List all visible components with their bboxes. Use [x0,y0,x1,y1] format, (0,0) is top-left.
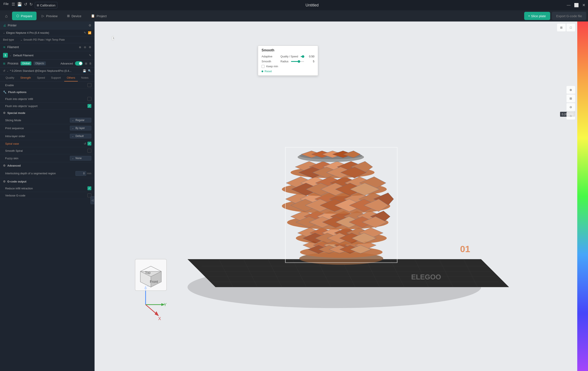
flush-icon: 🔧 [3,91,6,94]
edit-printer-icon[interactable]: ✎ [84,31,86,34]
radius-slider[interactable] [291,61,304,62]
main-layout: ◁ 🖨 Printer ⚙ ⌄ Elegoo Neptune 4 Pro (0.… [0,21,588,371]
profile-name: * 0.20mm Standard @Elegoo Neptune4Pro (0… [10,69,71,73]
interlocking-unit: mm [87,172,91,175]
smooth-popup: Smooth Adaptive Quality / Speed 0.50 Smo… [258,46,318,76]
filament-section: ≋ Filament ⊕ ⊖ ⚙ [0,43,94,51]
verbose-gcode-label: Verbose G-code [5,194,87,197]
reset-label: Reset [264,70,272,73]
redo-icon[interactable]: ↻ [30,2,33,8]
keep-min-checkbox[interactable] [262,65,264,68]
tab-device[interactable]: ⊞ Device [63,12,86,20]
svg-text:Y: Y [164,302,167,307]
profile-expand-arrow[interactable]: ⌄ [7,69,9,72]
filament-icon: ≋ [3,45,6,49]
intra-layer-label: Intra-layer order [5,135,70,138]
advanced-toggle[interactable] [75,61,83,65]
3d-viewport[interactable]: ELEGOO 01 Z Y X [94,21,588,371]
profile-reset-icon[interactable]: ↺ [3,69,5,73]
maximize-button[interactable]: ⬜ [574,3,579,8]
adaptive-label: Adaptive [262,55,279,58]
home-button[interactable]: ⌂ [2,11,11,21]
zoom-home-btn[interactable]: ⌂ [567,112,575,119]
slicing-mode-row: Slicing Mode ⌄ Regular [0,116,94,124]
bed-type-dropdown-arrow[interactable]: ⌄ [20,38,22,41]
process-icon: ⊞ [3,62,5,65]
svg-text:01: 01 [460,244,470,254]
printer-section: 🖨 Printer ⚙ [0,21,94,30]
enable-label: Enable [5,84,87,87]
tab-speed[interactable]: Speed [34,74,48,82]
calibration-menu[interactable]: ⊞ Calibration [35,2,57,8]
view-zoom-btn[interactable]: □ [567,24,575,31]
tab-strength[interactable]: Strength [18,74,33,82]
tab-prepare[interactable]: ⬡ Prepare [12,12,37,20]
flush-infill-row: Flush into objects' infill [0,95,94,103]
expand-arrow[interactable]: ⌄ [3,31,5,34]
sidebar-collapse-button[interactable]: ◁ [91,196,94,204]
slice-plate-button[interactable]: ▾ Slice plate [524,12,550,20]
model-controls: ⊕ ⊞ ⊖ ⌂ [567,86,575,119]
flush-infill-checkbox[interactable] [87,97,91,101]
zoom-in-btn[interactable]: ⊕ [567,86,575,94]
tab-project[interactable]: 📋 Project [87,12,111,20]
svg-text:Front: Front [150,280,158,284]
tab-quality[interactable]: Quality [3,74,17,82]
slicing-mode-select[interactable]: ⌄ Regular [70,118,91,123]
filament-dropdown-arrow[interactable]: ⌄ [10,54,11,57]
settings-area: Enable 🔧 Flush options Flush into object… [0,82,94,199]
tab-notes[interactable]: Notes [79,74,91,82]
titlebar: File ☰ 💾 ↺ ↻ ⊞ Calibration Untitled — ⬜ … [0,0,588,10]
spiral-reset-icon[interactable]: ↺ [84,142,86,145]
tag-objects[interactable]: Objects [33,62,46,65]
filament-settings-icon[interactable]: ⚙ [89,46,91,49]
wifi-icon[interactable]: 📶 [88,31,91,34]
tab-preview[interactable]: ▷ Preview [37,12,62,20]
fuzzy-skin-select[interactable]: ⌄ None [70,156,91,160]
remove-filament-icon[interactable]: ⊖ [84,46,86,49]
interlocking-input[interactable] [75,171,86,176]
slice-dropdown-arrow[interactable]: ▾ [528,15,530,17]
process-extra-icon[interactable]: B [89,62,91,65]
advanced-section-label: Advanced [7,164,21,167]
spiral-vase-checkbox[interactable] [87,142,91,146]
tab-support[interactable]: Support [48,74,63,82]
add-filament-icon[interactable]: ⊕ [79,46,81,49]
tab-others[interactable]: Others [64,74,78,82]
smooth-spiral-checkbox[interactable] [87,149,91,153]
edit-filament-icon[interactable]: ✎ [89,54,91,57]
reset-row[interactable]: Reset [262,70,315,73]
profile-row: ↺ ⌄ * 0.20mm Standard @Elegoo Neptune4Pr… [0,67,94,74]
intra-layer-row: Intra-layer order ⌄ Default [0,132,94,140]
save-profile-icon[interactable]: 💾 [83,69,86,73]
printer-settings-icon[interactable]: ⚙ [89,24,91,27]
advanced-section-header: ⚙ Advanced [0,162,94,169]
print-sequence-select[interactable]: ⌄ By layer [70,126,91,130]
process-label: Process [8,62,19,65]
quality-speed-slider[interactable] [301,56,304,57]
zoom-out-btn[interactable]: ⊖ [567,103,575,111]
file-menu[interactable]: File [3,2,10,8]
process-layout-icon[interactable]: ⊞ [85,62,87,65]
save-icon[interactable]: 💾 [17,2,22,8]
smooth-radius-row: Smooth Radius 5 [262,60,315,63]
zoom-fit-btn[interactable]: ⊞ [567,95,575,102]
minimize-button[interactable]: — [567,3,571,8]
view-options-btn[interactable]: ⊞ [557,24,566,31]
hamburger-icon[interactable]: ☰ [12,2,15,8]
enable-checkbox[interactable] [87,83,91,87]
intra-layer-select[interactable]: ⌄ Default [70,134,91,138]
tag-global[interactable]: Global [21,62,32,65]
flush-support-checkbox[interactable] [87,104,91,108]
svg-text:Top: Top [145,271,150,275]
colorbar [577,21,588,371]
verbose-gcode-row: Verbose G-code [0,192,94,199]
undo-icon[interactable]: ↺ [24,2,27,8]
bed-type-value: Smooth PEI Plate / High Temp Plate [23,38,65,41]
search-profile-icon[interactable]: 🔍 [88,69,91,73]
export-gcode-button[interactable]: Export G-code file [552,12,586,20]
reduce-infill-checkbox[interactable] [87,186,91,190]
advanced-icon: ⚙ [3,164,6,167]
close-button[interactable]: ✕ [582,3,585,8]
enable-row: Enable [0,82,94,89]
